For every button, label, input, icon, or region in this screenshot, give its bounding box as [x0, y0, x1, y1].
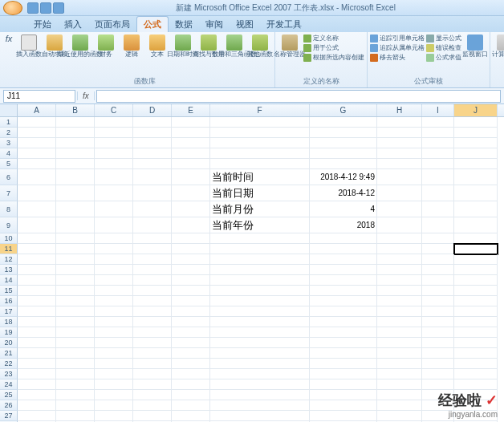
row-header[interactable]: 18: [0, 317, 18, 327]
tab-home[interactable]: 开始: [27, 17, 58, 32]
cell[interactable]: [133, 148, 172, 159]
cell[interactable]: [172, 338, 210, 348]
cell[interactable]: [18, 286, 56, 296]
cell[interactable]: [18, 359, 56, 369]
cell[interactable]: [133, 275, 172, 286]
cell[interactable]: [422, 185, 454, 201]
cell[interactable]: [56, 338, 95, 348]
cell[interactable]: [56, 217, 95, 233]
cell[interactable]: [18, 138, 56, 148]
cell[interactable]: [422, 369, 454, 379]
cell[interactable]: [377, 169, 422, 185]
cell[interactable]: [310, 379, 377, 390]
cell[interactable]: [133, 265, 172, 275]
name-manager-button[interactable]: 名称管理器: [278, 34, 302, 59]
cell[interactable]: [133, 217, 172, 233]
cell[interactable]: [172, 296, 210, 306]
cell[interactable]: [377, 117, 422, 128]
cell[interactable]: [422, 306, 454, 317]
cell[interactable]: [18, 275, 56, 286]
cell[interactable]: [310, 148, 377, 159]
more-functions-button[interactable]: 其他函数: [248, 34, 272, 59]
cell[interactable]: [18, 390, 56, 400]
cell[interactable]: [172, 148, 210, 159]
cell[interactable]: [133, 327, 172, 338]
cell[interactable]: [310, 327, 377, 338]
cell[interactable]: [172, 359, 210, 369]
cell[interactable]: [56, 359, 95, 369]
row-header[interactable]: 24: [0, 379, 18, 390]
cell[interactable]: [172, 169, 210, 185]
column-header-E[interactable]: E: [172, 104, 210, 116]
cell[interactable]: [377, 217, 422, 233]
cell[interactable]: [172, 275, 210, 286]
select-all-corner[interactable]: [0, 104, 18, 116]
cell[interactable]: [95, 233, 133, 244]
cell[interactable]: [18, 201, 56, 217]
cell[interactable]: [56, 159, 95, 169]
cell[interactable]: [133, 348, 172, 359]
row-header[interactable]: 17: [0, 306, 18, 317]
cell[interactable]: [172, 348, 210, 359]
cell[interactable]: [310, 317, 377, 327]
cell[interactable]: [454, 128, 498, 138]
cell[interactable]: [18, 348, 56, 359]
cell[interactable]: [133, 411, 172, 421]
cell[interactable]: [454, 185, 498, 201]
cell[interactable]: [210, 338, 310, 348]
cell[interactable]: [377, 233, 422, 244]
cell[interactable]: [310, 400, 377, 411]
cell[interactable]: [422, 233, 454, 244]
cell[interactable]: [422, 138, 454, 148]
cell[interactable]: [210, 159, 310, 169]
cell[interactable]: [172, 244, 210, 254]
cell[interactable]: [133, 390, 172, 400]
cell[interactable]: [18, 338, 56, 348]
cell[interactable]: [18, 128, 56, 138]
cell-value[interactable]: 4: [310, 201, 377, 217]
cell[interactable]: [172, 411, 210, 421]
cell[interactable]: [210, 286, 310, 296]
cell[interactable]: [133, 317, 172, 327]
cell[interactable]: [18, 117, 56, 128]
column-header-G[interactable]: G: [310, 104, 377, 116]
cell[interactable]: [133, 159, 172, 169]
cell[interactable]: [377, 159, 422, 169]
watch-window-button[interactable]: 监视窗口: [463, 34, 487, 59]
cell[interactable]: [454, 296, 498, 306]
column-header-J[interactable]: J: [454, 104, 498, 116]
cell[interactable]: [56, 128, 95, 138]
cell[interactable]: [377, 348, 422, 359]
cell[interactable]: [56, 369, 95, 379]
cell[interactable]: [377, 327, 422, 338]
cell[interactable]: [454, 138, 498, 148]
row-header[interactable]: 26: [0, 400, 18, 411]
tab-data[interactable]: 数据: [169, 17, 199, 32]
cell[interactable]: [18, 148, 56, 159]
cell[interactable]: [56, 148, 95, 159]
financial-button[interactable]: 财务: [94, 34, 118, 59]
cell[interactable]: [172, 185, 210, 201]
cell[interactable]: [310, 117, 377, 128]
cell[interactable]: [18, 306, 56, 317]
cell[interactable]: [172, 286, 210, 296]
cell[interactable]: [422, 201, 454, 217]
text-button[interactable]: 文本: [145, 34, 169, 59]
error-check-button[interactable]: 错误检查: [426, 43, 461, 52]
math-trig-button[interactable]: 数学和三角函数: [222, 34, 246, 59]
cell[interactable]: [18, 317, 56, 327]
cell[interactable]: [95, 254, 133, 265]
logical-button[interactable]: 逻辑: [120, 34, 144, 59]
cell[interactable]: [95, 379, 133, 390]
name-box[interactable]: J11: [3, 90, 75, 103]
cell[interactable]: [310, 369, 377, 379]
cell[interactable]: [210, 379, 310, 390]
cell[interactable]: [133, 400, 172, 411]
row-header[interactable]: 16: [0, 296, 18, 306]
cell[interactable]: [95, 411, 133, 421]
cell[interactable]: [210, 359, 310, 369]
cell[interactable]: [133, 359, 172, 369]
cell[interactable]: [95, 400, 133, 411]
cell[interactable]: [422, 254, 454, 265]
cell[interactable]: [422, 317, 454, 327]
